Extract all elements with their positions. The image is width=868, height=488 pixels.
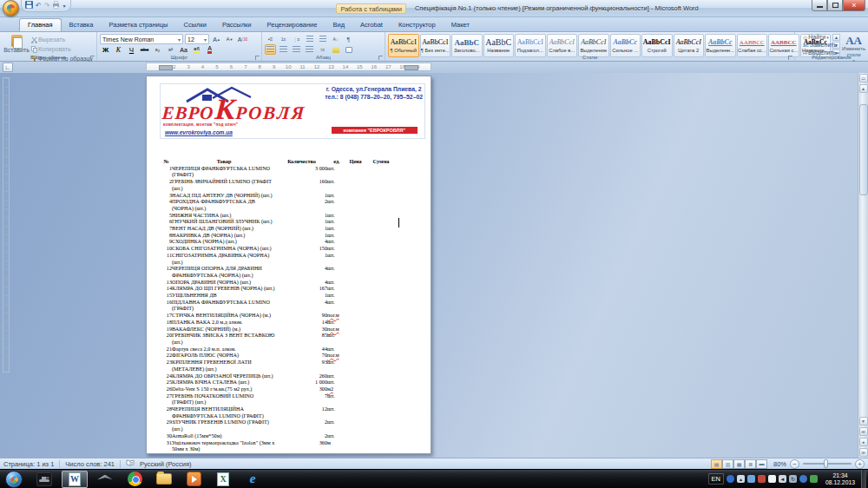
minimize-button[interactable] [812,0,827,11]
vertical-scrollbar[interactable]: ▭ ▲ ▼ ≪ ● ≫ [858,73,868,458]
page-indicator[interactable]: Страница: 1 из 1 [3,460,54,468]
tab-вид[interactable]: Вид [325,19,352,31]
scrollbar-track[interactable] [859,94,868,416]
font-name-combo[interactable]: Times New Roman▾ [100,34,183,44]
zoom-level[interactable]: 80% [773,460,786,468]
tab-макет[interactable]: Макет [444,19,477,31]
cut-button[interactable]: Вырезать [30,36,94,44]
print-layout-view-icon[interactable]: ▤ [711,459,722,469]
save-icon[interactable] [25,1,33,11]
spellcheck-icon[interactable] [126,459,135,468]
web-layout-icon[interactable]: ▦ [733,459,745,469]
office-button[interactable] [3,0,19,16]
grow-font-icon[interactable]: А▲ [211,34,222,44]
tab-конструктор[interactable]: Конструктор [391,19,444,31]
undo-icon[interactable]: ↶ [36,2,42,10]
taskbar-word-icon[interactable]: W [62,471,88,488]
multilevel-list-icon[interactable]: ⋮≡ [291,34,302,44]
split-view-button[interactable]: ▭ [859,74,868,82]
items-table: № Товар Количество ед. Цена Сумма 1ЧЕРЕП… [161,158,398,452]
window-controls: × [812,0,865,11]
clear-formatting-icon[interactable]: А⌫ [237,34,248,44]
tab-рассылки[interactable]: Рассылки [214,19,260,31]
show-desktop-button[interactable] [861,470,866,488]
antivirus-icon[interactable] [810,475,818,483]
shrink-font-icon[interactable]: А▼ [224,34,235,44]
tab-разметка-страницы[interactable]: Разметка страницы [101,19,175,31]
paragraph-dialog-launcher[interactable] [378,56,383,60]
tab-acrobat[interactable]: Acrobat [352,19,391,31]
table-row: 19ВАКАФЛЕКС (ЧОРНИЙ) (м.)30пог.м [161,326,398,333]
language-bar[interactable]: EN [708,473,724,485]
taskbar-clock[interactable]: 21:34 08.12.2013 [825,472,855,486]
redo-icon[interactable]: ↷ [44,2,50,10]
tab-рецензирование[interactable]: Рецензирование [260,19,326,31]
taskbar-game-icon[interactable] [95,472,115,487]
show-paragraph-marks-icon[interactable]: ¶ [343,34,354,44]
folder-tray-icon[interactable] [747,475,755,483]
taskbar-ie-icon[interactable]: e [243,472,262,487]
document-area: ЕВРОКРОВЛЯ г. Одесса, ул.Генерала Плиева… [0,73,868,458]
maximize-button[interactable] [827,0,843,11]
system-tray: EN ▴◄↻ 21:34 08.12.2013 [708,470,868,488]
language-indicator[interactable]: Русский (Россия) [140,460,192,468]
close-button[interactable]: × [843,0,865,11]
update-icon[interactable] [758,475,766,483]
items-table-body: 1ЧЕРЕПИЦЯ ФРАНКФУРТСЬКА LUMINO (ГРАФІТ)3… [161,165,398,452]
paragraph-group: •≡ 1≡ ⋮≡ А↓ ¶ ↕≡ Абзац [262,32,385,61]
decrease-indent-icon[interactable] [304,34,315,44]
styles-dialog-launcher[interactable] [788,56,792,60]
zoom-slider-thumb[interactable] [824,459,828,468]
previous-page-icon[interactable]: ≪ [859,427,868,436]
outline-view-icon[interactable]: ≣ [745,459,756,469]
quick-access-toolbar: ↶ ↷ ▾ [21,0,71,12]
scroll-up-icon[interactable]: ▲ [859,84,868,93]
bullets-icon[interactable]: •≡ [265,34,276,44]
tab-главная[interactable]: Главная [19,18,62,31]
qat-customize-dropdown-icon[interactable]: ▾ [62,2,65,10]
font-size-combo[interactable]: 12▾ [185,34,209,44]
table-row: 10СКОБА СНІГОЗАТРИМНА (ЧОРНА) (шт.)150шт… [161,245,398,252]
zoom-slider[interactable] [803,463,852,465]
word-count[interactable]: Число слов: 241 [65,460,115,468]
flag-icon[interactable] [768,475,776,483]
horizontal-ruler[interactable]: 12345678910111213141516171819 [146,63,431,71]
tab-ссылки[interactable]: Ссылки [175,19,214,31]
show-hidden-icons-button[interactable]: ▴ [737,475,745,483]
col-header-price: Цена [346,158,365,165]
font-dialog-launcher[interactable] [255,56,260,60]
taskbar-excel-icon[interactable]: X [214,472,233,487]
copy-button[interactable]: Копировать [30,45,94,54]
messenger-icon[interactable] [727,475,734,483]
table-row: 14КЛЯМРА ДО ЩП ГРЕБЕНІВ (ЧОРНА) (шт.)167… [161,285,398,292]
paste-button[interactable]: Вставить [3,34,30,53]
full-screen-reading-icon[interactable]: ▥ [722,459,733,469]
bluetooth-icon[interactable] [799,475,807,483]
taskbar-chrome-icon[interactable] [125,472,144,487]
right-indent-marker[interactable] [404,65,418,70]
zoom-out-icon[interactable]: − [790,459,799,469]
document-page[interactable]: ЕВРОКРОВЛЯ г. Одесса, ул.Генерала Плиева… [146,76,431,454]
taskbar-wot-icon[interactable] [35,472,54,487]
taskbar-explorer-icon[interactable] [155,472,174,487]
next-page-icon[interactable]: ≫ [859,448,868,457]
tab-вставка[interactable]: Вставка [62,19,102,31]
sort-icon[interactable]: А↓ [330,34,341,44]
vertical-ruler[interactable] [3,77,10,373]
start-button[interactable] [5,471,23,488]
volume-icon[interactable]: ◄ [779,475,786,483]
sync-icon[interactable]: ↻ [789,475,797,483]
table-row: 28ЧЕРЕПИЦЯ ВЕНТИЛЯЦІЙНА ФРАНКФУРТСЬКА LU… [161,406,398,419]
select-browse-object-icon[interactable]: ● [859,438,868,446]
print-preview-icon[interactable] [52,1,60,11]
numbering-icon[interactable]: 1≡ [278,34,289,44]
scrollbar-thumb[interactable] [859,104,868,195]
zoom-in-icon[interactable]: + [855,459,865,469]
left-indent-marker[interactable] [159,65,173,70]
increase-indent-icon[interactable] [317,34,328,44]
scroll-down-icon[interactable]: ▼ [859,417,868,425]
tab-selector-button[interactable]: ∟ [3,63,13,72]
clipboard-dialog-launcher[interactable] [90,56,95,60]
taskbar-media-player-icon[interactable] [184,472,203,487]
draft-view-icon[interactable]: ▬ [756,459,767,469]
